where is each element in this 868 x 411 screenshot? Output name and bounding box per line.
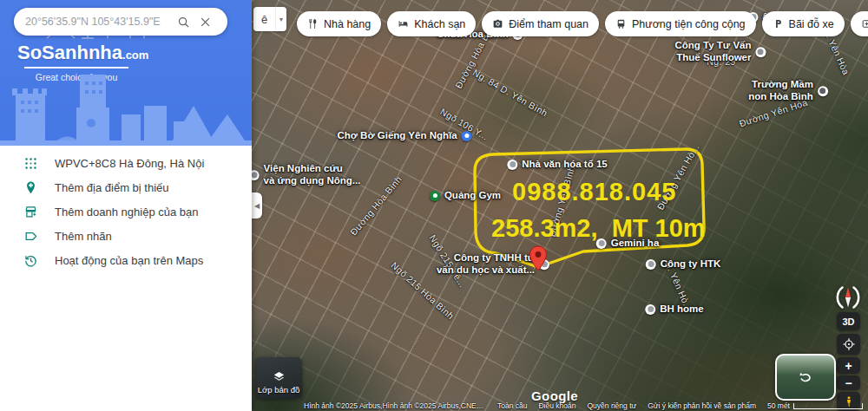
my-location-button[interactable] — [837, 334, 860, 355]
poi-label: BH home — [660, 303, 703, 316]
category-pill-transit[interactable]: Phương tiện công cộng — [605, 11, 756, 36]
hotel-icon — [398, 18, 409, 29]
street-view-preview[interactable] — [775, 354, 836, 401]
transit-icon — [615, 18, 627, 29]
brand-logo-suffix: .com — [122, 49, 148, 62]
listing-phone-number: 0988.818.045 — [512, 178, 676, 206]
white-poi-pin-icon — [645, 304, 655, 315]
category-label: Điểm tham quan — [509, 18, 589, 30]
3d-view-button[interactable]: 3D — [837, 312, 860, 330]
category-label: Khách sạn — [414, 18, 465, 30]
parking-icon — [773, 18, 784, 29]
footer-link[interactable]: Toàn cầu — [497, 401, 528, 410]
category-pill-hotel[interactable]: Khách sạn — [387, 11, 476, 36]
category-label: Bãi đỗ xe — [789, 18, 834, 30]
sidebar-menu: WPVC+8C8 Hà Đông, Hà NộiThêm địa điểm bị… — [0, 146, 252, 273]
menu-item-add-label[interactable]: Thêm nhãn — [0, 225, 252, 249]
map-poi[interactable]: Viện Nghiên cứuvà ứng dụng Nông... — [252, 163, 360, 187]
green-poi-pin-icon — [430, 191, 440, 201]
attractions-icon — [492, 18, 503, 29]
plus-code-icon — [23, 156, 38, 171]
sidebar-collapse-button[interactable]: ◀ — [252, 192, 262, 219]
sidebar-panel: SoSanhnha.com Great choice for you — [0, 0, 252, 411]
footer-links: Toàn cầuĐiều khoảnQuyền riêng tưGửi ý ki… — [497, 401, 756, 410]
menu-item-label: Thêm doanh nghiệp của bạn — [55, 206, 199, 219]
footer-link[interactable]: Quyền riêng tư — [588, 401, 637, 410]
add-business-icon — [23, 205, 38, 219]
category-pill-parking[interactable]: Bãi đỗ xe — [762, 11, 845, 36]
blue-poi-pin-icon — [462, 131, 472, 141]
scale-label: 50 mét — [767, 401, 790, 410]
layers-label: Lớp bản đồ — [258, 385, 300, 395]
imagery-attribution: Hình ảnh ©2025 Airbus,Hình ảnh ©2025 Air… — [304, 401, 486, 410]
search-icon[interactable] — [173, 16, 194, 29]
scale-bar — [793, 403, 863, 409]
ime-key-label: ê — [253, 13, 275, 26]
menu-item-add-business[interactable]: Thêm doanh nghiệp của bạn — [0, 200, 252, 225]
map-scale: 50 mét — [767, 401, 863, 410]
poi-label: Viện Nghiên cứuvà ứng dụng Nông... — [264, 163, 361, 187]
menu-item-label: Thêm nhãn — [55, 230, 112, 243]
category-toolbar: Nhà hàngKhách sạnĐiểm tham quanPhương ti… — [297, 11, 868, 36]
map-poi[interactable]: Công ty HTK — [646, 258, 721, 271]
menu-item-label: Hoạt động của bạn trên Maps — [55, 254, 203, 267]
layers-icon — [273, 370, 286, 383]
menu-item-activity[interactable]: Hoạt động của bạn trên Maps — [0, 249, 252, 273]
map-poi[interactable]: Chợ Bờ Giếng Yên Nghĩa — [337, 130, 471, 142]
map-poi[interactable]: Quảng Gym — [430, 190, 501, 202]
category-pill-attractions[interactable]: Điểm tham quan — [482, 11, 599, 36]
poi-label: Công Ty Tư VấnThuế Sunflower — [675, 40, 752, 64]
chevron-down-icon[interactable]: ▼ — [275, 7, 286, 31]
map-poi[interactable]: Nhà văn hóa tổ 15 — [507, 159, 607, 171]
add-place-icon — [23, 180, 38, 195]
category-pill-pharmacy[interactable]: Hiệu thuốc — [851, 11, 868, 36]
pharmacy-icon — [861, 18, 868, 29]
map-layers-button[interactable]: Lớp bản đồ — [255, 357, 302, 399]
banner-city-illustration — [0, 73, 252, 146]
menu-item-add-place[interactable]: Thêm địa điểm bị thiếu — [0, 176, 252, 200]
zoom-out-button[interactable]: − — [837, 375, 860, 390]
poi-label: Trường Mầmnon Hòa Bình — [748, 79, 813, 103]
gray-poi-pin-icon — [755, 47, 766, 57]
brand-logo-text: SoSanhnha — [17, 42, 122, 63]
white-poi-pin-icon — [507, 160, 517, 170]
map-footer: Hình ảnh ©2025 Airbus,Hình ảnh ©2025 Air… — [304, 401, 863, 410]
school-poi-pin-icon — [818, 86, 828, 96]
google-maps-app: 0988.818.045 258.3m2, MT 10m Chùa Hoa Bì… — [0, 0, 868, 411]
category-pill-restaurant[interactable]: Nhà hàng — [297, 11, 381, 36]
category-label: Nhà hàng — [324, 18, 371, 30]
poi-label: Quảng Gym — [444, 190, 501, 202]
footer-link[interactable]: Điều khoản — [538, 401, 575, 410]
menu-item-plus-code[interactable]: WPVC+8C8 Hà Đông, Hà Nội — [0, 152, 252, 176]
poi-label: Chợ Bờ Giếng Yên Nghĩa — [337, 130, 457, 142]
footer-link[interactable]: Gửi ý kiến phản hồi về sản phẩm — [648, 401, 756, 410]
map-poi[interactable]: BH home — [645, 303, 703, 316]
search-box[interactable]: 20°56'35.9"N 105°43'15.9"E — [14, 8, 227, 36]
add-label-icon — [23, 229, 38, 244]
logo-underline — [24, 67, 128, 68]
search-input[interactable]: 20°56'35.9"N 105°43'15.9"E — [25, 16, 173, 28]
input-method-button[interactable]: ê ▼ — [253, 7, 286, 31]
compass-control[interactable] — [835, 284, 861, 310]
rotate-view-icon — [797, 369, 814, 386]
poi-label: Công ty HTK — [661, 258, 721, 271]
menu-item-label: Thêm địa điểm bị thiếu — [55, 181, 169, 194]
zoom-in-button[interactable]: + — [837, 357, 860, 374]
map-poi[interactable]: Công Ty Tư VấnThuế Sunflower — [675, 40, 766, 64]
menu-item-label: WPVC+8C8 Hà Đông, Hà Nội — [55, 157, 204, 170]
poi-label: Công ty TNHH tưvấn du học và xuất... — [437, 252, 535, 277]
white-poi-pin-icon — [646, 259, 656, 270]
red-map-marker[interactable] — [529, 245, 548, 271]
map-poi[interactable]: Trường Mầmnon Hòa Bình — [748, 79, 828, 103]
activity-icon — [23, 253, 38, 268]
listing-area-text: 258.3m2, MT 10m — [491, 214, 706, 243]
map-canvas[interactable]: 0988.818.045 258.3m2, MT 10m Chùa Hoa Bì… — [252, 0, 868, 411]
poi-label: Nhà văn hóa tổ 15 — [522, 159, 607, 171]
close-icon[interactable] — [194, 16, 216, 29]
target-icon — [842, 337, 856, 351]
restaurant-icon — [307, 18, 319, 29]
gray-poi-pin-icon — [252, 170, 260, 180]
category-label: Phương tiện công cộng — [632, 18, 746, 30]
